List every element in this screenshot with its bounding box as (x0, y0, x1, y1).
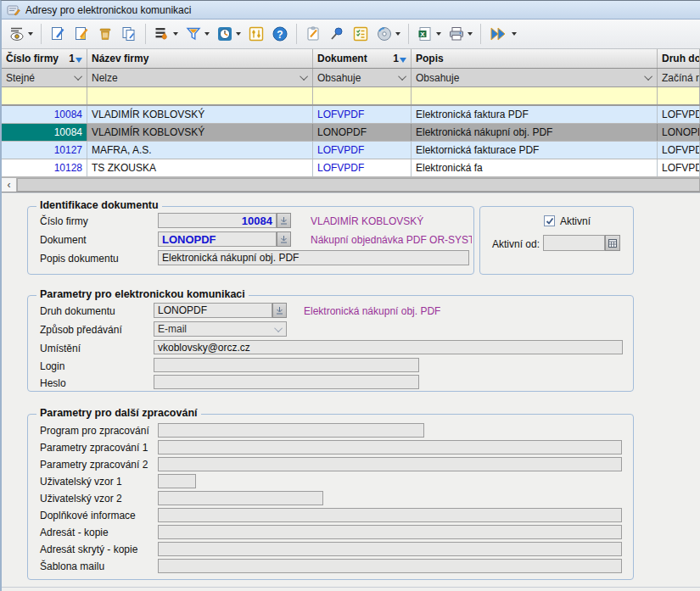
column-header-dokument[interactable]: Dokument 1 (313, 49, 412, 68)
calendar-button[interactable] (605, 235, 620, 251)
grid-row[interactable]: 10084 VLADIMÍR KOBLOVSKÝ LOFVPDF Elektro… (2, 106, 700, 124)
search-cell-nazev[interactable] (87, 87, 313, 104)
filter-dropdown-dokument[interactable]: Obsahuje (313, 69, 412, 86)
sablona-mailu-field[interactable] (158, 559, 622, 573)
search-cell-cislo[interactable] (2, 87, 87, 104)
quick-actions-button[interactable] (485, 23, 520, 45)
new-record-button[interactable] (46, 23, 70, 45)
scroll-left-icon[interactable] (2, 178, 17, 192)
search-cell-druh[interactable] (658, 87, 700, 104)
column-header-druh-dok[interactable]: Druh dok (658, 49, 700, 68)
umisteni-field[interactable]: vkoblovsky@orcz.cz (154, 340, 623, 354)
filter-button[interactable] (182, 23, 213, 45)
toolbar-separator (296, 24, 297, 44)
history-button[interactable] (213, 23, 244, 45)
cell-cislo-firmy[interactable]: 10128 (2, 159, 87, 176)
arrow-down-bar-icon (280, 236, 288, 243)
column-header-nazev-firmy[interactable]: Název firmy (87, 49, 313, 68)
cell-cislo-firmy[interactable]: 10127 (2, 142, 87, 159)
cell-dokument[interactable]: LONOPDF (313, 124, 412, 141)
cell-popis[interactable]: Elektronická fa (412, 159, 658, 176)
filter-dropdown-nazev[interactable]: Nelze (87, 69, 313, 86)
group-parametry-zpracovani: Parametry pro další zpracování Program p… (27, 414, 634, 580)
dokument-field[interactable]: LONOPDF (158, 231, 277, 247)
scrollbar-thumb[interactable] (17, 178, 700, 192)
uzivatelsky-vzor-1-field[interactable] (158, 474, 196, 488)
view-menu-button[interactable] (5, 23, 36, 45)
doplnkove-informace-field[interactable] (158, 508, 622, 522)
lookup-button[interactable] (272, 303, 287, 318)
grid-row[interactable]: 10127 MAFRA, A.S. LOFVPDF Elektornická f… (2, 142, 700, 159)
checkmark-icon (546, 217, 554, 226)
column-header-cislo-firmy[interactable]: Číslo firmy 1 (2, 49, 87, 68)
disc-icon (376, 25, 393, 42)
cislo-firmy-field[interactable]: 10084 (158, 213, 277, 228)
notepad-icon (305, 25, 322, 42)
help-button[interactable]: ? (268, 23, 292, 45)
filter-funnel-icon (185, 25, 202, 42)
parametry-zpracovani-2-field[interactable] (158, 457, 622, 471)
grid-row-selected[interactable]: 10084 VLADIMÍR KOBLOVSKÝ LONOPDF Elektro… (2, 124, 700, 142)
lookup-button[interactable] (277, 231, 291, 247)
grid-row[interactable]: 10128 TS ZKOUSKA LOFVPDF Elektronická fa… (2, 159, 700, 177)
program-pro-zpracovani-field[interactable] (158, 423, 424, 438)
group-legend: Identifikace dokumentu (36, 199, 162, 211)
cell-nazev-firmy[interactable]: MAFRA, A.S. (87, 142, 313, 159)
login-field[interactable] (154, 358, 419, 372)
notes-button[interactable] (301, 23, 325, 45)
excel-export-button[interactable]: X (413, 23, 445, 45)
detail-panel: Identifikace dokumentu Číslo firmy 10084… (2, 192, 700, 591)
parametry-zpracovani-1-field[interactable] (158, 440, 622, 454)
cell-dokument[interactable]: LOFVPDF (313, 159, 412, 176)
edit-record-button[interactable] (70, 23, 93, 45)
druh-dokumentu-field[interactable]: LONOPDF (154, 303, 272, 318)
export-disc-button[interactable] (372, 23, 404, 45)
copy-record-button[interactable] (117, 23, 141, 45)
search-cell-popis[interactable] (412, 87, 658, 104)
filter-dropdown-druh[interactable]: Začíná na (658, 69, 700, 86)
print-button[interactable] (445, 23, 476, 45)
cell-popis[interactable]: Elektronická nákupní obj. PDF (412, 124, 658, 141)
group-parametry-komunikace: Parametry pro elektronickou komunikaci D… (27, 295, 634, 392)
cell-cislo-firmy[interactable]: 10084 (2, 106, 87, 123)
horizontal-scrollbar[interactable] (2, 177, 700, 192)
cell-cislo-firmy-active[interactable]: 10084 (2, 124, 87, 141)
cell-nazev-firmy[interactable]: VLADIMÍR KOBLOVSKÝ (87, 106, 313, 123)
toolbar-separator (408, 24, 409, 44)
filter-dropdown-popis[interactable]: Obsahuje (412, 69, 658, 86)
cell-dokument[interactable]: LOFVPDF (313, 106, 412, 123)
pin-button[interactable] (325, 23, 349, 45)
cell-druh-dok[interactable]: LOFVPDF (658, 106, 700, 123)
cell-dokument[interactable]: LOFVPDF (313, 142, 412, 159)
parameters-button[interactable] (244, 23, 268, 45)
cell-popis[interactable]: Elektornická fakturace PDF (412, 142, 658, 159)
column-label: Popis (416, 53, 444, 64)
field-label-umisteni: Umístění (40, 343, 81, 354)
uzivatelsky-vzor-2-field[interactable] (158, 491, 323, 505)
adresat-skryty-kopie-field[interactable] (158, 542, 622, 556)
cell-nazev-firmy[interactable]: TS ZKOUSKA (87, 159, 313, 176)
cell-nazev-firmy[interactable]: VLADIMÍR KOBLOVSKÝ (87, 124, 313, 141)
field-label-aktivni-od: Aktivní od: (492, 238, 540, 250)
aktivni-checkbox[interactable] (544, 215, 555, 226)
delete-record-button[interactable] (93, 23, 117, 45)
zpusob-predavani-dropdown[interactable]: E-mail (154, 321, 287, 337)
popis-dokumentu-field[interactable]: Elektronická nákupní obj. PDF (158, 250, 469, 265)
checklist-button[interactable] (349, 23, 372, 45)
cell-druh-dok[interactable]: LOFVPDF (658, 142, 700, 159)
application-window: Adresy pro elektronickou komunikaci (0, 0, 700, 591)
cell-popis[interactable]: Elektronická faktura PDF (412, 106, 658, 123)
sort-indicator: 1 (69, 53, 82, 64)
heslo-field[interactable] (154, 375, 419, 389)
search-cell-dokument[interactable] (313, 87, 412, 104)
window-title: Adresy pro elektronickou komunikaci (25, 4, 191, 16)
adresat-kopie-field[interactable] (158, 525, 622, 539)
columns-settings-button[interactable] (150, 23, 182, 45)
filter-dropdown-cislo[interactable]: Stejné (2, 69, 87, 86)
filter-value: Nelze (92, 72, 118, 84)
cell-druh-dok[interactable]: LOFVPDF (658, 159, 700, 176)
lookup-button[interactable] (277, 213, 291, 228)
aktivni-od-field[interactable] (543, 235, 605, 251)
column-header-popis[interactable]: Popis (412, 49, 658, 68)
cell-druh-dok[interactable]: LONOPDF (658, 124, 700, 141)
